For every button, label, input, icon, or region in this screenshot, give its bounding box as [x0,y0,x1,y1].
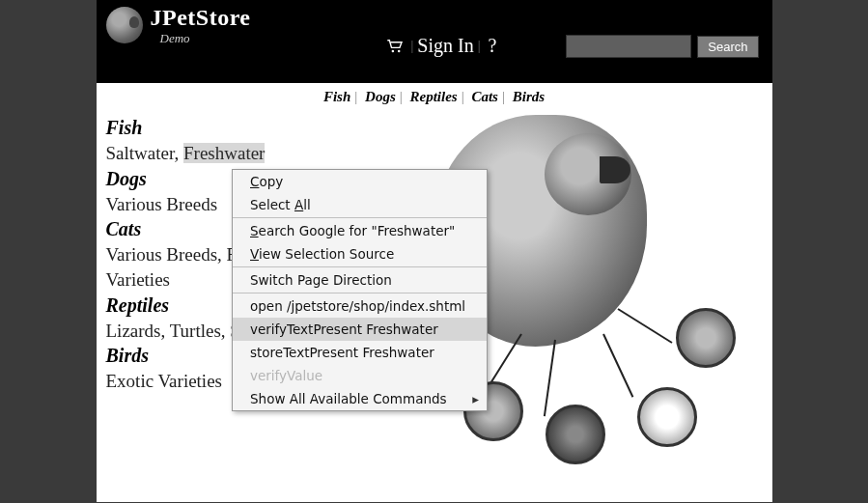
sidebar-fish-saltwater[interactable]: Saltwater, [106,143,184,163]
catbar-reptiles[interactable]: Reptiles [409,89,457,104]
ctx-selenium-store-text[interactable]: storeTextPresent Freshwater [233,341,487,364]
signin-link[interactable]: Sign In [417,35,473,57]
search-area: Search [566,35,758,58]
sidebar-fish-freshwater[interactable]: Freshwater [183,143,265,163]
ctx-selenium-show-all[interactable]: Show All Available Commands [233,387,487,410]
ctx-search-google[interactable]: Search Google for "Freshwater" [233,219,487,242]
thumb-parrot-icon[interactable] [676,308,736,368]
brand-title: JPetStore [151,5,251,31]
search-input[interactable] [566,35,691,58]
cart-icon[interactable] [386,40,404,53]
sidebar-fish-head[interactable]: Fish [106,115,338,141]
thumb-cat-icon[interactable] [637,387,697,447]
catbar-fish[interactable]: Fish [323,89,350,104]
svg-point-1 [397,49,400,52]
context-menu: Copy Select All Search Google for "Fresh… [232,169,488,411]
ctx-switch-direction[interactable]: Switch Page Direction [233,268,487,292]
ctx-selenium-open[interactable]: open /jpetstore/shop/index.shtml [233,294,487,318]
ctx-view-source[interactable]: View Selection Source [233,242,487,265]
brand-subtitle: Demo [160,31,251,46]
header-bar: JPetStore Demo | Sign In | ? Search [97,0,772,83]
header-links: | Sign In | ? [386,35,497,57]
search-button[interactable]: Search [697,36,758,58]
logo-icon [106,7,143,43]
brand-text: JPetStore Demo [151,5,251,46]
logo-block: JPetStore Demo [106,5,251,46]
ctx-copy[interactable]: Copy [233,170,487,193]
separator: | [478,39,481,54]
catbar-dogs[interactable]: Dogs [365,89,396,104]
separator: | [411,39,414,54]
thumb-reptile-icon[interactable] [546,405,605,464]
catbar-birds[interactable]: Birds [513,89,545,104]
ctx-selenium-verify-value: verifyValue [233,364,487,387]
catbar-cats[interactable]: Cats [471,89,498,104]
category-bar: Fish| Dogs| Reptiles| Cats| Birds [97,83,772,111]
help-link[interactable]: ? [488,35,496,57]
ctx-select-all[interactable]: Select All [233,193,487,216]
sidebar-fish-sub: Saltwater, Freshwater [106,141,338,166]
ctx-selenium-verify-text[interactable]: verifyTextPresent Freshwater [233,318,487,341]
svg-point-0 [391,49,394,52]
